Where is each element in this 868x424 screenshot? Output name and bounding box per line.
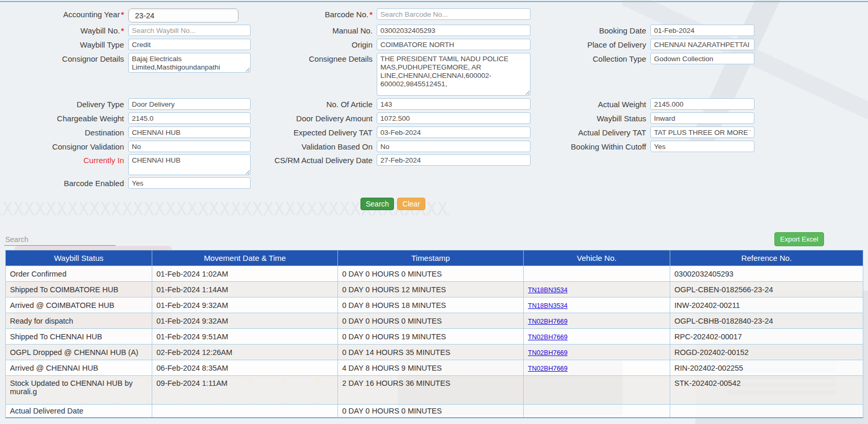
booking-date-input xyxy=(650,25,754,36)
cell-status: Arrived @ CHENNAI HUB xyxy=(6,360,152,376)
table-row: Actual Delivered Date 0 DAY 0 HOURS 0 MI… xyxy=(6,405,863,418)
table-row: Arrived @ COIMBATORE HUB 01-Feb-2024 9:3… xyxy=(6,297,863,313)
search-button[interactable]: Search xyxy=(360,198,394,210)
cell-status: Stock Updated to CHENNAI HUB by murali.g xyxy=(6,376,152,405)
accounting-year-label: Accounting Year* xyxy=(0,8,128,19)
cell-reference: STK-202402-00542 xyxy=(670,376,863,405)
required-asterisk: * xyxy=(121,26,124,35)
collection-type-input xyxy=(650,53,754,64)
expected-delivery-tat-input xyxy=(377,127,531,138)
cell-status: Arrived @ COIMBATORE HUB xyxy=(6,297,152,313)
table-row: Ready for dispatch 01-Feb-2024 9:32AM 0 … xyxy=(6,313,863,329)
vehicle-link[interactable]: TN02BH7669 xyxy=(528,318,568,325)
cell-vehicle xyxy=(524,405,670,418)
chargeable-weight-label: Chargeable Weight xyxy=(0,112,128,123)
barcode-no-label: Barcode No.* xyxy=(251,8,377,19)
header-movement-date-time: Movement Date & Time xyxy=(152,250,338,266)
table-row: Order Confirmed 01-Feb-2024 1:02AM 0 DAY… xyxy=(6,266,863,282)
cell-timestamp: 0 DAY 0 HOURS 0 MINUTES xyxy=(338,266,524,282)
export-excel-button[interactable]: Export Excel xyxy=(774,232,824,246)
cell-reference: RIN-202402-002255 xyxy=(670,360,863,376)
waybill-no-input[interactable] xyxy=(128,25,251,36)
cell-movement: 02-Feb-2024 12:26AM xyxy=(152,345,338,360)
cell-vehicle xyxy=(524,376,670,405)
cell-vehicle: TN02BH7669 xyxy=(524,329,670,345)
field-currently-in: Currently In CHENNAI HUB xyxy=(0,154,251,175)
table-row: Stock Updated to CHENNAI HUB by murali.g… xyxy=(6,376,863,405)
vehicle-link[interactable]: TN18BN3534 xyxy=(528,302,568,310)
cell-timestamp: 0 DAY 0 HOURS 12 MINUTES xyxy=(338,282,524,297)
cell-vehicle: TN02BH7669 xyxy=(524,313,670,329)
clear-button[interactable]: Clear xyxy=(397,198,425,210)
table-header-row: Waybill Status Movement Date & Time Time… xyxy=(6,250,863,266)
vehicle-link[interactable]: TN02BH7669 xyxy=(528,349,568,357)
destination-label: Destination xyxy=(0,127,128,137)
manual-no-label: Manual No. xyxy=(251,25,377,35)
tracking-table: Waybill Status Movement Date & Time Time… xyxy=(5,250,863,418)
collection-type-label: Collection Type xyxy=(531,53,650,63)
cell-timestamp: 4 DAY 8 HOURS 9 MINUTES xyxy=(338,360,524,376)
cell-reference: OGPL-CBHB-0182840-23-24 xyxy=(670,313,863,329)
actual-delivery-tat-label: Actual Delivery TAT xyxy=(531,127,650,137)
barcode-enabled-input xyxy=(128,177,251,189)
cell-vehicle: TN18BN3534 xyxy=(524,282,670,297)
field-expected-delivery-tat: Expected Delivery TAT xyxy=(251,127,531,138)
field-manual-no: Manual No. xyxy=(251,25,531,36)
consignor-validation-input xyxy=(128,141,251,152)
validation-based-on-input xyxy=(377,141,531,152)
field-delivery-type: Delivery Type xyxy=(0,98,251,110)
waybill-type-label: Waybill Type xyxy=(0,39,128,49)
waybill-type-input xyxy=(128,39,251,50)
cell-reference: RPC-202402-00017 xyxy=(670,329,863,345)
cell-movement: 01-Feb-2024 9:32AM xyxy=(152,297,338,313)
table-row: Shipped To COIMBATORE HUB 01-Feb-2024 1:… xyxy=(6,282,863,297)
field-booking-within-cutoff: Booking Within Cutoff xyxy=(531,141,754,152)
origin-label: Origin xyxy=(251,39,377,49)
field-barcode-no: Barcode No.* xyxy=(251,8,531,20)
no-of-article-label: No. Of Article xyxy=(251,98,377,109)
field-waybill-status: Waybill Status xyxy=(531,112,754,124)
actual-weight-input xyxy=(650,98,754,110)
field-validation-based-on: Validation Based On xyxy=(251,141,531,152)
booking-date-label: Booking Date xyxy=(531,25,650,35)
manual-no-input[interactable] xyxy=(377,25,531,36)
cell-status: OGPL Dropped @ CHENNAI HUB (A) xyxy=(6,345,152,360)
field-destination: Destination xyxy=(0,127,251,138)
table-search-input[interactable] xyxy=(4,233,116,246)
header-reference-no: Reference No. xyxy=(670,250,863,266)
delivery-type-label: Delivery Type xyxy=(0,98,128,109)
cs-rm-actual-delivery-date-label: CS/RM Actual Delivery Date xyxy=(251,154,377,165)
vehicle-link[interactable]: TN02BH7669 xyxy=(528,334,568,341)
field-place-of-delivery: Place of Delivery xyxy=(531,39,754,50)
accounting-year-input[interactable] xyxy=(128,8,239,22)
consignee-details-textarea: THE PRESIDENT TAMIL NADU POLICE MAS,PUDH… xyxy=(377,53,531,96)
vehicle-link[interactable]: TN18BN3534 xyxy=(528,287,568,294)
waybill-status-label: Waybill Status xyxy=(531,112,650,123)
consignor-validation-label: Consignor Validation xyxy=(0,141,128,151)
cell-status: Order Confirmed xyxy=(6,266,152,282)
currently-in-textarea: CHENNAI HUB xyxy=(128,154,251,175)
top-border xyxy=(0,1,868,2)
field-waybill-type: Waybill Type xyxy=(0,39,251,50)
vehicle-link[interactable]: TN02BH7669 xyxy=(528,365,568,372)
waybill-status-input xyxy=(650,112,754,124)
validation-based-on-label: Validation Based On xyxy=(251,141,377,151)
actual-weight-label: Actual Weight xyxy=(531,98,650,109)
cell-vehicle xyxy=(524,266,670,282)
consignee-details-label: Consignee Details xyxy=(251,53,377,63)
delivery-type-input xyxy=(128,98,251,110)
cell-reference: ROGD-202402-00152 xyxy=(670,345,863,360)
cell-movement: 01-Feb-2024 1:14AM xyxy=(152,282,338,297)
header-waybill-status: Waybill Status xyxy=(6,250,152,266)
table-row: Arrived @ CHENNAI HUB 06-Feb-2024 8:35AM… xyxy=(6,360,863,376)
table-row: OGPL Dropped @ CHENNAI HUB (A) 02-Feb-20… xyxy=(6,345,863,360)
actual-delivery-tat-input xyxy=(650,127,754,138)
waybill-no-label: Waybill No.* xyxy=(0,25,128,35)
field-consignor-validation: Consignor Validation xyxy=(0,141,251,152)
barcode-no-input[interactable] xyxy=(377,8,531,20)
place-of-delivery-input xyxy=(650,39,754,50)
field-actual-weight: Actual Weight xyxy=(531,98,754,110)
expected-delivery-tat-label: Expected Delivery TAT xyxy=(251,127,377,137)
field-actual-delivery-tat: Actual Delivery TAT xyxy=(531,127,754,138)
cell-movement: 06-Feb-2024 8:35AM xyxy=(152,360,338,376)
